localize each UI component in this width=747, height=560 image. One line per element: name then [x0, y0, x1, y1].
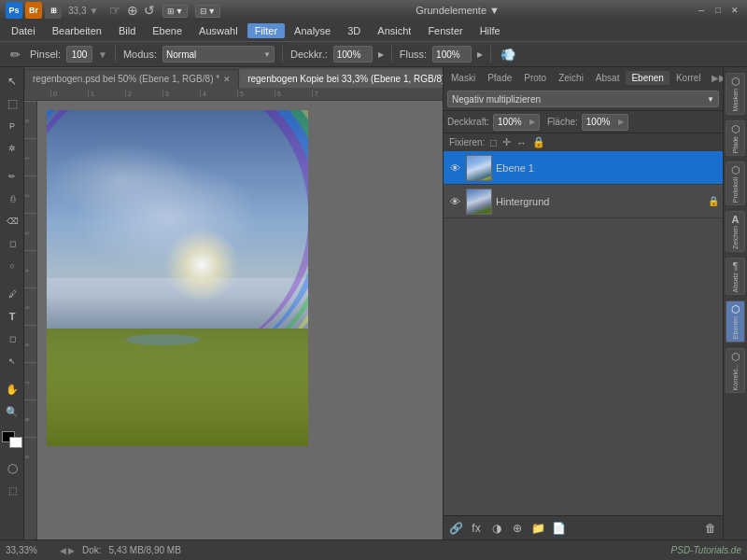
lock-brush-icon[interactable]: ✛	[502, 136, 511, 148]
tab-0-label: regenbogen.psd bei 50% (Ebene 1, RGB/8) …	[33, 74, 219, 84]
tool-lasso[interactable]: P	[2, 116, 22, 136]
tool-quickmask[interactable]: ◯	[2, 457, 22, 478]
korrekt-label: Korrekt...	[732, 364, 739, 390]
tool-path-select[interactable]: ↖	[2, 351, 22, 371]
menu-auswahl[interactable]: Auswahl	[191, 23, 246, 38]
panel-protokoll[interactable]: ⬡ Protokoll	[726, 161, 745, 205]
deckkraft-arrow[interactable]: ▶	[378, 50, 384, 59]
panel-tab-absat[interactable]: Absat	[590, 71, 626, 85]
background-color[interactable]	[9, 437, 22, 448]
close-button[interactable]: ✕	[728, 4, 741, 17]
opacity-label: Deckkraft:	[447, 117, 489, 127]
tab-0-close[interactable]: ✕	[223, 75, 231, 84]
right-panel: Maski Pfade Proto Zeichi Absat Ebenen Ko…	[443, 67, 723, 539]
tool-hand[interactable]: ✋	[2, 379, 22, 399]
panel-tab-korrel[interactable]: Korrel	[670, 71, 707, 85]
lock-move-icon[interactable]: ↔	[516, 137, 527, 148]
panel-absatz[interactable]: ¶ Absatz	[726, 258, 745, 295]
tool-stamp[interactable]: ⎙	[2, 189, 22, 209]
layer-fx-button[interactable]: fx	[468, 520, 485, 537]
tool-pen[interactable]: 🖊	[2, 284, 22, 304]
layer-0-visibility[interactable]: 👁	[447, 161, 462, 175]
layer-row-0[interactable]: 👁 Ebene 1	[444, 151, 723, 185]
nav-left[interactable]: ◀	[60, 546, 66, 555]
view-options2: ⊟▼	[195, 5, 220, 16]
tool-quickselect[interactable]: ✲	[2, 138, 22, 159]
panel-tab-proto[interactable]: Proto	[518, 71, 552, 85]
brush-options-icon[interactable]: ✏	[6, 45, 24, 63]
menu-fenster[interactable]: Fenster	[420, 23, 470, 38]
menu-analyse[interactable]: Analyse	[287, 23, 338, 38]
airbrush-icon[interactable]: 💨	[499, 45, 517, 63]
nav-right[interactable]: ▶	[68, 546, 75, 555]
fluss-value[interactable]: 100%	[432, 46, 472, 63]
panel-tab-pfade[interactable]: Pfade	[482, 71, 517, 85]
panel-ebenen[interactable]: ⬡ Ebenen	[726, 301, 745, 342]
tool-dodge[interactable]: ○	[2, 256, 22, 276]
workspace-label: Grundelemente ▼	[416, 5, 500, 16]
panel-pfade[interactable]: ⬡ Pfade	[726, 120, 745, 156]
layer-group-button[interactable]: 📁	[529, 520, 546, 537]
right-icons-sidebar: ⬡ Masken ⬡ Pfade ⬡ Protokoll A Zeichen ¶…	[723, 67, 747, 539]
lock-transparent-icon[interactable]: □	[490, 137, 497, 148]
panel-tabs-more[interactable]: ▶▶	[708, 71, 723, 85]
color-picker[interactable]	[2, 431, 22, 448]
lock-all-icon[interactable]: 🔒	[532, 136, 545, 148]
layer-1-visibility[interactable]: 👁	[447, 194, 462, 209]
menu-bild[interactable]: Bild	[111, 23, 143, 38]
rotate-tool-indicator: ↺	[144, 3, 155, 18]
tool-gradient[interactable]: ◻	[2, 233, 22, 254]
canvas-content[interactable]	[37, 101, 443, 539]
layer-row-1[interactable]: 👁 Hintergrund 🔒	[444, 185, 723, 218]
tool-eraser[interactable]: ⌫	[2, 211, 22, 231]
menu-bar: Datei Bearbeiten Bild Ebene Auswahl Filt…	[0, 21, 747, 41]
window-controls[interactable]: ─ □ ✕	[695, 4, 741, 17]
fluss-arrow[interactable]: ▶	[477, 50, 483, 59]
layer-1-name: Hintergrund	[496, 196, 704, 207]
menu-bearbeiten[interactable]: Bearbeiten	[45, 23, 109, 38]
layer-delete-button[interactable]: 🗑	[702, 520, 719, 537]
tool-arrow[interactable]: ↖	[2, 71, 22, 91]
brush-size-display[interactable]: 100	[66, 46, 92, 63]
layer-mask-button[interactable]: ◑	[488, 520, 505, 537]
tool-marquee[interactable]: ⬚	[2, 93, 22, 114]
opacity-input[interactable]: 100% ▶	[493, 114, 540, 131]
deckkraft-label: Deckkr.:	[290, 49, 328, 60]
ebenen-label: Ebenen	[732, 316, 739, 339]
tabs-bar: regenbogen.psd bei 50% (Ebene 1, RGB/8) …	[24, 67, 443, 88]
panel-tab-ebenen[interactable]: Ebenen	[626, 71, 669, 85]
panel-zeichen[interactable]: A Zeichen	[726, 211, 745, 252]
menu-ebene[interactable]: Ebene	[145, 23, 190, 38]
layer-adjustment-button[interactable]: ⊕	[509, 520, 526, 537]
ruler-horizontal: 0 1 2 3 4 5 6 7	[24, 88, 443, 101]
tab-1[interactable]: regenbogen Kopie bei 33,3% (Ebene 1, RGB…	[239, 69, 443, 88]
modus-dropdown[interactable]: Normal ▼	[162, 46, 275, 63]
photo-background	[47, 110, 308, 446]
minimize-button[interactable]: ─	[695, 4, 708, 17]
layer-0-thumb	[466, 155, 492, 181]
menu-hilfe[interactable]: Hilfe	[472, 23, 508, 38]
restore-button[interactable]: □	[712, 4, 725, 17]
deckkraft-value[interactable]: 100%	[333, 46, 373, 63]
tool-screenmode[interactable]: ⬚	[2, 480, 22, 500]
panel-masken[interactable]: ⬡ Masken	[726, 73, 745, 115]
menu-datei[interactable]: Datei	[4, 23, 43, 38]
panel-tab-maski[interactable]: Maski	[445, 71, 481, 85]
tool-zoom[interactable]: 🔍	[2, 401, 22, 422]
layer-new-button[interactable]: 📄	[550, 520, 567, 537]
panel-korrekt[interactable]: ⬡ Korrekt...	[726, 348, 745, 393]
lock-row: Fixieren: □ ✛ ↔ 🔒	[444, 133, 723, 151]
canvas-area: regenbogen.psd bei 50% (Ebene 1, RGB/8) …	[24, 67, 443, 539]
tool-brush[interactable]: ✏	[2, 166, 22, 187]
options-bar: ✏ Pinsel: 100 ▼ Modus: Normal ▼ Deckkr.:…	[0, 41, 747, 67]
menu-ansicht[interactable]: Ansicht	[370, 23, 418, 38]
tool-text[interactable]: T	[2, 306, 22, 327]
tab-0[interactable]: regenbogen.psd bei 50% (Ebene 1, RGB/8) …	[24, 69, 239, 88]
tool-shape[interactable]: ◻	[2, 329, 22, 349]
blend-mode-dropdown[interactable]: Negativ multiplizieren ▼	[447, 91, 719, 107]
menu-3d[interactable]: 3D	[340, 23, 368, 38]
panel-tab-zeichi[interactable]: Zeichi	[553, 71, 589, 85]
menu-filter[interactable]: Filter	[247, 23, 285, 38]
layer-link-button[interactable]: 🔗	[447, 520, 464, 537]
fill-input[interactable]: 100% ▶	[582, 114, 628, 131]
